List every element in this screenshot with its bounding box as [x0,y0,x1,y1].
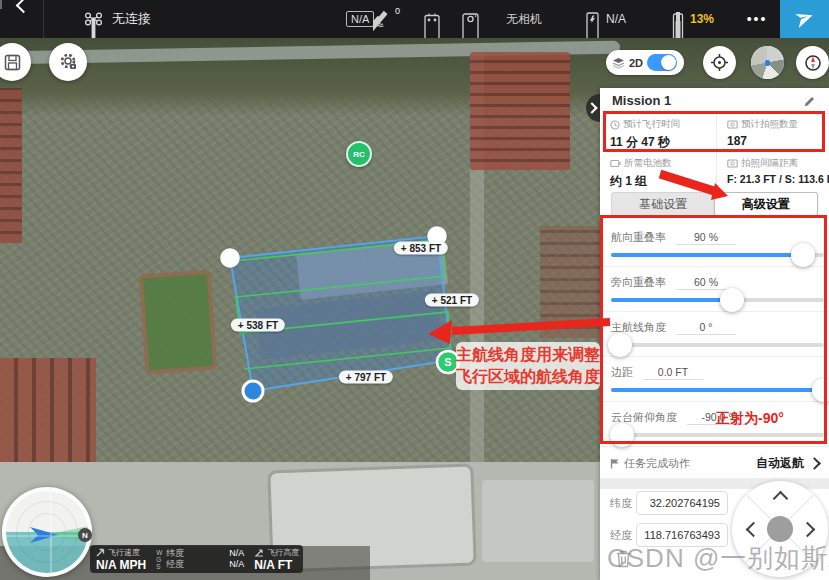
collapse-chevron-icon [586,102,597,113]
satellite-count: 0 [395,0,400,30]
slider-row-course-angle: 主航线角度 0 ° [600,312,829,357]
nudge-dpad [732,481,828,577]
top-status-bar: 无连接 N/A 0 无相机 N/A [0,0,829,38]
rc-location-marker: RC [346,141,372,167]
map-sports-field [139,270,218,375]
stat-flight-time: 预计飞行时间 11 分 47 秒 [600,114,716,153]
tab-basic-settings[interactable]: 基础设置 [612,193,715,215]
connection-status[interactable]: 无连接 [112,0,151,38]
finish-action-row[interactable]: 任务完成动作 自动返航 [600,448,829,478]
compass-north-badge: N [78,528,92,542]
nudge-up-button[interactable] [773,491,789,507]
stat-batteries: 所需电池数 约 1 组 [600,153,716,192]
gimbal-annotation: 正射为-90° [716,410,784,428]
aircraft-arrow-icon [30,527,58,543]
advanced-settings-list: 航向重叠率 90 % 旁向重叠率 60 % 主航线角度 0 ° 边距 0.0 F… [600,222,829,447]
longitude-input[interactable] [636,523,728,547]
gimbal-pitch-slider[interactable] [611,433,824,437]
compass-icon [803,53,823,73]
nudge-center-button[interactable] [767,516,793,542]
side-overlap-slider[interactable] [611,298,824,302]
course-overlap-slider[interactable] [611,253,824,257]
course-angle-value[interactable]: 0 ° [676,320,736,335]
flag-icon [610,458,620,469]
map-red-roofs-right [540,226,602,338]
app-screen: S + 853 FT + 521 FT + 538 FT + 797 FT RC… [0,0,829,580]
slider-thumb[interactable] [608,333,632,357]
tab-advanced-settings[interactable]: 高级设置 [714,192,819,216]
altitude-icon [254,548,264,557]
2d-3d-toggle[interactable] [647,54,677,71]
side-overlap-value[interactable]: 60 % [676,275,736,290]
annotation-note-box: 主航线角度用来调整飞行区域的航线角度 [456,342,600,390]
slider-thumb[interactable] [791,243,815,267]
panel-header: Mission 1 [600,88,829,114]
map-mode-pill: 2D [606,50,684,75]
slider-thumb[interactable] [812,378,829,402]
speed-arrow-icon [96,548,105,557]
interval-icon [727,159,738,168]
margin-slider[interactable] [611,388,824,392]
mission-settings-button[interactable] [49,43,87,81]
wgs-label: WGS [156,549,163,570]
margin-value[interactable]: 0.0 FT [643,365,703,380]
clock-icon [610,120,620,130]
map-mode-label: 2D [629,57,643,69]
gear-icon [58,52,78,72]
slider-thumb[interactable] [610,423,634,447]
map-red-roofs-bottomleft [0,358,96,476]
more-menu-button[interactable]: ••• [742,0,772,38]
stat-photo-count: 预计拍照数量 187 [716,114,829,153]
mission-panel: Mission 1 预计飞行时间 11 分 47 秒 预计拍照数量 187 所需… [600,88,829,580]
airplane-icon [794,0,816,38]
nudge-right-button[interactable] [800,522,816,538]
edge-length-label: + 538 FT [231,319,285,332]
battery-percent: 13% [690,0,714,38]
back-chevron-icon [15,0,31,13]
telemetry-coords: WGS 纬度N/A 经度N/A [152,545,248,573]
stat-photo-interval: 拍照间隔距离 F: 21.3 FT / S: 113.6 FT [716,153,829,192]
topbar-divider [43,0,44,38]
edge-length-label: + 521 FT [425,294,479,307]
telemetry-speed: 飞行速度 N/A MPH [90,545,152,573]
camera-status: 无相机 [506,0,542,38]
locate-button[interactable] [703,46,736,79]
map-red-roofs-topright [470,52,570,170]
layers-icon [612,57,625,69]
trash-icon[interactable] [615,549,632,572]
photo-icon [727,120,738,129]
latitude-input[interactable] [636,491,728,515]
course-overlap-value[interactable]: 90 % [676,230,736,245]
edit-pencil-icon[interactable] [803,94,817,108]
slider-row-side-overlap: 旁向重叠率 60 % [600,267,829,312]
nudge-left-button[interactable] [746,522,762,538]
crosshair-icon [710,53,729,72]
mission-title: Mission 1 [612,93,803,108]
chevron-right-icon [808,457,821,470]
back-button[interactable] [8,0,38,38]
slider-row-gimbal-pitch: 云台俯仰角度 -90.0 ° 正射为-90° [600,402,829,447]
mission-stats: 预计飞行时间 11 分 47 秒 预计拍照数量 187 所需电池数 约 1 组 … [600,114,829,192]
slider-row-course-overlap: 航向重叠率 90 % [600,222,829,267]
edge-length-label: + 853 FT [394,242,448,255]
takeoff-button[interactable] [780,0,829,38]
telemetry-bar: 飞行速度 N/A MPH WGS 纬度N/A 经度N/A 飞行高度 N/A FT [90,545,303,573]
finish-action-value: 自动返航 [756,455,804,472]
map-red-roofs-left [0,88,22,243]
settings-tabs: 基础设置 高级设置 [611,192,818,216]
course-angle-slider[interactable] [611,343,824,347]
edge-length-label: + 797 FT [339,371,393,384]
rc-battery-value: N/A [606,0,626,38]
slider-row-margin: 边距 0.0 FT [600,357,829,402]
minimap-button[interactable] [751,46,784,79]
compass-reset-button[interactable] [796,46,829,79]
battery-icon [610,159,621,168]
minimap-thumbnail [751,46,784,79]
telemetry-altitude: 飞行高度 N/A FT [248,545,305,573]
gps-mode-badge[interactable]: N/A [346,0,374,38]
slider-thumb[interactable] [720,288,744,312]
save-icon [4,54,21,71]
map-white-building-2 [482,480,594,562]
